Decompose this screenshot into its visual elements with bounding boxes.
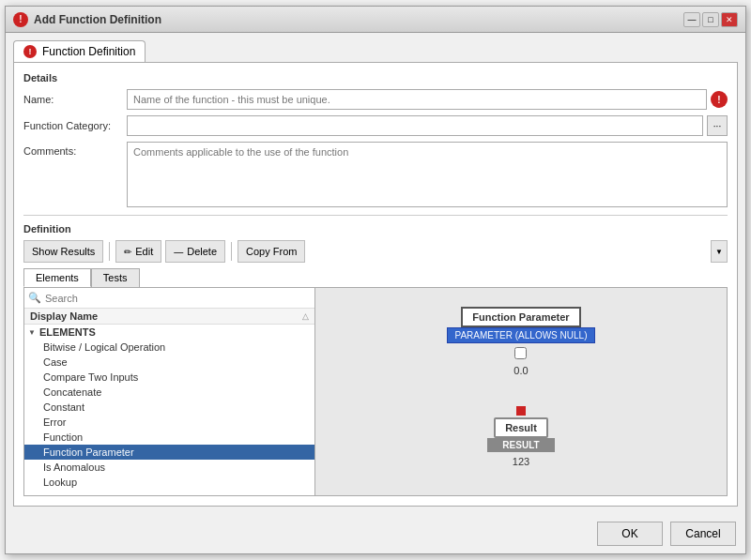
tree-item-function-parameter[interactable]: Function Parameter: [24, 445, 314, 460]
tree-category-elements[interactable]: ▼ ELEMENTS: [24, 325, 314, 340]
bottom-row: OK Cancel: [6, 514, 745, 553]
tree-header: Display Name △: [24, 309, 314, 325]
toolbar-separator-2: [231, 242, 232, 261]
function-param-checkbox-row: [511, 343, 530, 363]
main-tab-icon: !: [23, 45, 37, 58]
list-item[interactable]: Error: [24, 415, 314, 430]
list-item[interactable]: Function: [24, 430, 314, 445]
tree-column-header: Display Name: [30, 310, 98, 322]
function-param-value: 0.0: [512, 363, 529, 378]
delete-button[interactable]: — Delete: [165, 240, 225, 263]
cancel-button[interactable]: Cancel: [670, 522, 736, 546]
window-title: Add Function Definition: [34, 13, 161, 26]
main-tab-label: Function Definition: [42, 45, 135, 58]
name-row: Name: !: [23, 89, 728, 110]
delete-icon: —: [174, 247, 183, 257]
category-row: Function Category: ···: [23, 115, 728, 136]
title-bar-left: ! Add Function Definition: [13, 12, 161, 27]
sub-panels-container: Elements Tests 🔍: [23, 268, 728, 496]
toolbar-row: Show Results ✏ Edit — Delete Copy From ▼: [23, 240, 728, 263]
tree-scroll[interactable]: ▼ ELEMENTS Bitwise / Logical Operation C…: [24, 325, 314, 495]
name-label: Name:: [23, 94, 127, 105]
category-label: Function Category:: [23, 120, 127, 131]
list-item[interactable]: Concatenate: [24, 385, 314, 400]
tab-container: ! Function Definition Details Name: ! F: [13, 40, 738, 507]
title-controls: — □ ✕: [683, 12, 738, 27]
list-item[interactable]: Constant: [24, 400, 314, 415]
list-item[interactable]: Lookup: [24, 475, 314, 490]
sub-tabs: Elements Tests: [23, 268, 728, 287]
definition-section-label: Definition: [23, 223, 728, 235]
comments-input[interactable]: [127, 142, 728, 207]
tree-collapse-icon: ▼: [28, 328, 36, 337]
edit-button[interactable]: ✏ Edit: [115, 240, 161, 263]
main-window: ! Add Function Definition — □ ✕ ! Functi…: [5, 6, 746, 554]
name-input[interactable]: [127, 89, 707, 110]
title-icon: !: [13, 12, 28, 27]
edit-icon: ✏: [124, 247, 131, 257]
main-tab[interactable]: ! Function Definition: [13, 40, 146, 62]
function-param-block: Function Parameter PARAMETER (ALLOWS NUL…: [447, 307, 596, 378]
panels-row: 🔍 Display Name △: [23, 287, 728, 496]
tab-content: Details Name: ! Function Category: ···: [13, 62, 738, 507]
maximize-button[interactable]: □: [702, 12, 719, 27]
function-param-title: Function Parameter: [461, 307, 580, 327]
left-panel: 🔍 Display Name △: [24, 288, 315, 495]
toolbar-dropdown-arrow[interactable]: ▼: [711, 240, 728, 263]
result-block: Result RESULT 123: [487, 406, 554, 467]
list-item[interactable]: Case: [24, 355, 314, 370]
name-input-wrap: !: [127, 89, 728, 110]
comments-row: Comments:: [23, 142, 728, 207]
title-bar: ! Add Function Definition — □ ✕: [6, 7, 745, 33]
function-param-label: PARAMETER (ALLOWS NULL): [447, 327, 596, 343]
right-panel: Function Parameter PARAMETER (ALLOWS NUL…: [315, 288, 727, 495]
tab-tests[interactable]: Tests: [91, 268, 140, 287]
list-item[interactable]: Bitwise / Logical Operation: [24, 340, 314, 355]
close-button[interactable]: ✕: [721, 12, 738, 27]
search-input[interactable]: [45, 293, 311, 304]
comments-wrap: [127, 142, 728, 207]
copy-from-button[interactable]: Copy From: [238, 240, 305, 263]
definition-section: Definition Show Results ✏ Edit — Delete: [23, 215, 728, 496]
tree-sort-icon: △: [302, 311, 309, 321]
search-icon: 🔍: [28, 292, 41, 304]
details-section-label: Details: [23, 72, 728, 83]
category-browse-button[interactable]: ···: [707, 115, 728, 136]
search-box: 🔍: [24, 288, 314, 309]
name-alert-icon: !: [711, 91, 728, 108]
window-body: ! Function Definition Details Name: ! F: [6, 33, 745, 514]
tab-elements[interactable]: Elements: [23, 268, 91, 287]
minimize-button[interactable]: —: [683, 12, 700, 27]
show-results-button[interactable]: Show Results: [23, 240, 103, 263]
ok-button[interactable]: OK: [597, 522, 663, 546]
toolbar-separator-1: [109, 242, 110, 261]
result-label: RESULT: [487, 438, 554, 452]
result-value: 123: [513, 456, 529, 467]
result-title: Result: [494, 417, 548, 438]
list-item[interactable]: Is Anomalous: [24, 460, 314, 475]
category-input-wrap: ···: [127, 115, 728, 136]
comments-label: Comments:: [23, 142, 127, 157]
list-item[interactable]: Compare Two Inputs: [24, 370, 314, 385]
function-param-checkbox[interactable]: [514, 347, 527, 359]
result-red-square-icon: [516, 406, 526, 416]
